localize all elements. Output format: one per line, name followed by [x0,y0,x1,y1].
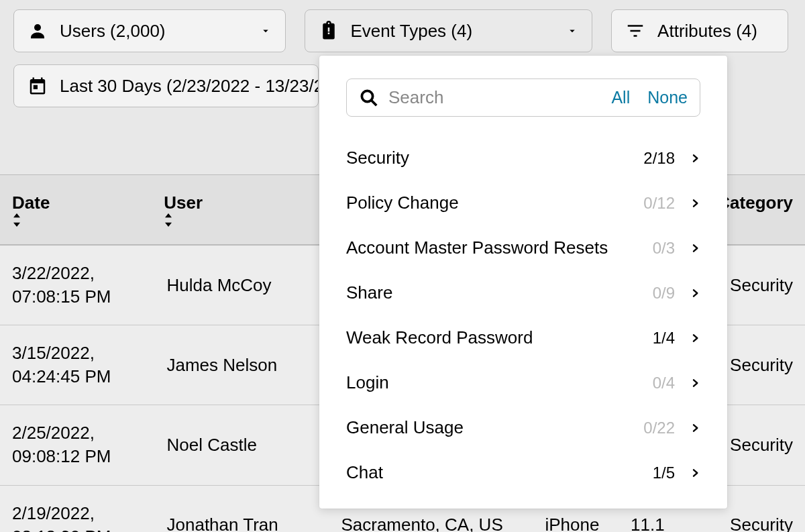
category-count: 0/9 [653,284,675,303]
filter-icon [625,21,645,41]
event-type-category[interactable]: General Usage 0/22 [346,405,700,450]
category-label: Chat [346,462,383,483]
search-icon [359,88,379,108]
cell-user: Jonathan Tran [167,515,341,532]
col-header-date[interactable]: Date [12,193,164,227]
sort-icon [164,213,335,227]
event-type-category[interactable]: Weak Record Password 1/4 [346,315,700,360]
chevron-down-icon [566,25,578,37]
chevron-right-icon [690,286,700,301]
cell-version: 11.1 [631,515,696,532]
category-count: 1/5 [653,464,675,482]
event-type-category[interactable]: Security 2/18 [346,136,700,180]
filter-date-range-label: Last 30 Days (2/23/2022 - 13/23/2022) [60,76,319,97]
cell-date: 2/19/2022,08:18:30 PM [12,502,167,532]
dropdown-search-box: All None [346,78,700,117]
category-count: 2/18 [643,149,675,168]
event-type-category[interactable]: Chat 1/5 [346,450,700,495]
chevron-right-icon [690,466,700,480]
event-type-category[interactable]: Login 0/4 [346,360,700,405]
clipboard-alert-icon [319,19,339,42]
chevron-right-icon [690,241,700,256]
filter-date-range[interactable]: Last 30 Days (2/23/2022 - 13/23/2022) [13,64,319,107]
chevron-right-icon [690,376,700,390]
category-count: 0/3 [653,239,675,258]
filter-attributes-label: Attributes (4) [657,21,757,42]
filter-attributes[interactable]: Attributes (4) [611,9,788,52]
category-label: General Usage [346,417,464,438]
dropdown-select-none[interactable]: None [647,88,688,107]
filter-users[interactable]: Users (2,000) [13,9,286,52]
sort-icon [12,213,164,227]
calendar-icon [28,76,48,96]
cell-user: Noel Castle [167,435,341,456]
chevron-down-icon [260,25,272,37]
event-type-category[interactable]: Share 0/9 [346,270,700,315]
category-count: 1/4 [653,329,675,348]
category-count: 0/4 [653,374,675,392]
category-label: Login [346,372,389,393]
cell-date: 3/22/2022,07:08:15 PM [12,262,167,309]
svg-line-2 [372,100,377,105]
cell-user: Hulda McCoy [167,275,341,296]
filter-event-types-label: Event Types (4) [351,21,473,42]
user-icon [28,21,48,41]
cell-category: Security [696,515,793,532]
category-label: Policy Change [346,193,459,213]
event-type-category[interactable]: Policy Change 0/12 [346,180,700,225]
chevron-right-icon [690,196,700,211]
category-label: Weak Record Password [346,327,533,348]
cell-date: 2/25/2022,09:08:12 PM [12,421,167,468]
category-label: Share [346,282,392,303]
cell-user: James Nelson [167,355,341,376]
event-types-dropdown: All None Security 2/18 Policy Change 0/1… [319,56,727,509]
filter-users-label: Users (2,000) [60,21,166,42]
cell-location: Sacramento, CA, US [341,515,545,532]
svg-point-0 [34,24,41,31]
cell-device: iPhone [545,515,631,532]
category-label: Security [346,148,409,168]
category-label: Account Master Password Resets [346,237,608,258]
cell-date: 3/15/2022,04:24:45 PM [12,341,167,388]
svg-point-1 [362,91,372,101]
col-header-user[interactable]: User [164,193,335,227]
dropdown-search-input[interactable] [388,87,611,108]
category-count: 0/12 [643,194,675,213]
filter-event-types[interactable]: Event Types (4) [305,9,593,52]
chevron-right-icon [690,151,700,166]
chevron-right-icon [690,331,700,345]
dropdown-select-all[interactable]: All [611,88,630,107]
category-count: 0/22 [643,419,675,437]
event-type-category[interactable]: Account Master Password Resets 0/3 [346,225,700,270]
chevron-right-icon [690,421,700,435]
